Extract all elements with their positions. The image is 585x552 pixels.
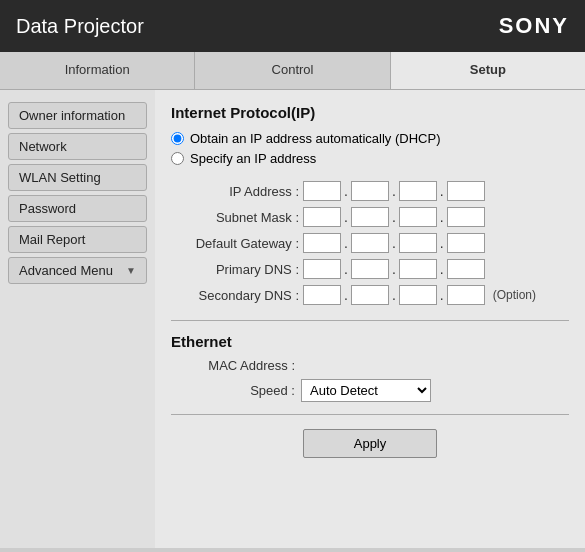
table-row: Primary DNS : . . . xyxy=(171,256,569,282)
ip-radio-group: Obtain an IP address automatically (DHCP… xyxy=(171,131,569,166)
radio-auto-option[interactable]: Obtain an IP address automatically (DHCP… xyxy=(171,131,569,146)
mac-address-row: MAC Address : xyxy=(171,358,569,373)
radio-manual-option[interactable]: Specify an IP address xyxy=(171,151,569,166)
sidebar-item-wlan-setting[interactable]: WLAN Setting xyxy=(8,164,147,191)
app-title: Data Projector xyxy=(16,15,144,38)
primary-dns-label: Primary DNS : xyxy=(171,256,301,282)
subnet-mask-octet2[interactable] xyxy=(351,207,389,227)
ip-address-octet2[interactable] xyxy=(351,181,389,201)
ip-address-octet4[interactable] xyxy=(447,181,485,201)
subnet-mask-octet3[interactable] xyxy=(399,207,437,227)
table-row: Subnet Mask : . . . xyxy=(171,204,569,230)
bottom-divider xyxy=(171,414,569,415)
default-gateway-label: Default Gateway : xyxy=(171,230,301,256)
app-header: Data Projector SONY xyxy=(0,0,585,52)
ip-fields-table: IP Address : . . . Subnet Mask : xyxy=(171,178,569,308)
ip-address-octet1[interactable] xyxy=(303,181,341,201)
tab-bar: Information Control Setup xyxy=(0,52,585,90)
table-row: Default Gateway : . . . xyxy=(171,230,569,256)
option-label: (Option) xyxy=(493,288,536,302)
brand-logo: SONY xyxy=(499,13,569,39)
speed-row: Speed : Auto Detect 10Mbps 100Mbps xyxy=(171,379,569,402)
primary-dns-octet4[interactable] xyxy=(447,259,485,279)
primary-dns-octet2[interactable] xyxy=(351,259,389,279)
default-gateway-octet2[interactable] xyxy=(351,233,389,253)
secondary-dns-octet1[interactable] xyxy=(303,285,341,305)
tab-control[interactable]: Control xyxy=(195,52,390,89)
default-gateway-octet1[interactable] xyxy=(303,233,341,253)
subnet-mask-label: Subnet Mask : xyxy=(171,204,301,230)
radio-auto-label: Obtain an IP address automatically (DHCP… xyxy=(190,131,440,146)
secondary-dns-fields: . . . (Option) xyxy=(303,285,567,305)
table-row: IP Address : . . . xyxy=(171,178,569,204)
radio-manual-input[interactable] xyxy=(171,152,184,165)
subnet-mask-octet1[interactable] xyxy=(303,207,341,227)
secondary-dns-octet3[interactable] xyxy=(399,285,437,305)
apply-section: Apply xyxy=(171,429,569,458)
table-row: Secondary DNS : . . . (Option) xyxy=(171,282,569,308)
tab-information[interactable]: Information xyxy=(0,52,195,89)
subnet-mask-fields: . . . xyxy=(303,207,567,227)
default-gateway-fields: . . . xyxy=(303,233,567,253)
protocol-title: Internet Protocol(IP) xyxy=(171,104,569,121)
radio-manual-label: Specify an IP address xyxy=(190,151,316,166)
secondary-dns-octet2[interactable] xyxy=(351,285,389,305)
speed-select[interactable]: Auto Detect 10Mbps 100Mbps xyxy=(301,379,431,402)
mac-address-label: MAC Address : xyxy=(201,358,301,373)
sidebar-item-owner-information[interactable]: Owner information xyxy=(8,102,147,129)
secondary-dns-label: Secondary DNS : xyxy=(171,282,301,308)
sidebar-item-network[interactable]: Network xyxy=(8,133,147,160)
primary-dns-fields: . . . xyxy=(303,259,567,279)
sidebar-item-mail-report[interactable]: Mail Report xyxy=(8,226,147,253)
default-gateway-octet4[interactable] xyxy=(447,233,485,253)
primary-dns-octet3[interactable] xyxy=(399,259,437,279)
radio-auto-input[interactable] xyxy=(171,132,184,145)
apply-button[interactable]: Apply xyxy=(303,429,438,458)
tab-setup[interactable]: Setup xyxy=(391,52,585,89)
ip-address-octet3[interactable] xyxy=(399,181,437,201)
speed-label: Speed : xyxy=(201,383,301,398)
main-layout: Owner information Network WLAN Setting P… xyxy=(0,90,585,548)
ip-address-fields: . . . xyxy=(303,181,567,201)
chevron-down-icon: ▼ xyxy=(126,265,136,276)
default-gateway-octet3[interactable] xyxy=(399,233,437,253)
ip-address-label: IP Address : xyxy=(171,178,301,204)
secondary-dns-octet4[interactable] xyxy=(447,285,485,305)
content-panel: Internet Protocol(IP) Obtain an IP addre… xyxy=(155,90,585,548)
sidebar-item-advanced-menu[interactable]: Advanced Menu ▼ xyxy=(8,257,147,284)
ethernet-title: Ethernet xyxy=(171,333,569,350)
primary-dns-octet1[interactable] xyxy=(303,259,341,279)
section-divider xyxy=(171,320,569,321)
sidebar-item-password[interactable]: Password xyxy=(8,195,147,222)
subnet-mask-octet4[interactable] xyxy=(447,207,485,227)
sidebar: Owner information Network WLAN Setting P… xyxy=(0,90,155,548)
